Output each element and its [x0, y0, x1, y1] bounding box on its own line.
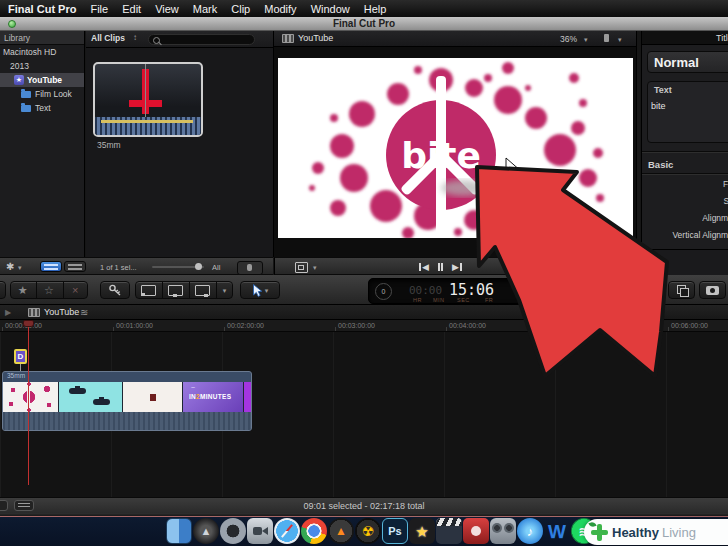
timeline-history-icon[interactable]: ▶: [5, 308, 11, 317]
sidebar-item-youtube[interactable]: ★ YouTube: [0, 73, 84, 87]
media-app-icon[interactable]: [463, 518, 489, 544]
unit-min: MIN: [433, 297, 445, 303]
star-app-icon[interactable]: ★: [409, 518, 435, 544]
font-field-label: Font: [641, 179, 728, 189]
text-input-box[interactable]: Text bite: [647, 81, 728, 143]
keyword-editor-button[interactable]: [100, 281, 130, 299]
list-view-button[interactable]: [64, 261, 86, 272]
search-input[interactable]: [148, 34, 255, 45]
clip-filter-dropdown[interactable]: All Clips: [91, 33, 125, 43]
menu-bar: Final Cut Pro File Edit View Mark Clip M…: [0, 0, 728, 17]
menu-item-modify[interactable]: Modify: [264, 3, 296, 15]
filmstrip-view-button[interactable]: [40, 261, 62, 272]
timeline-clip[interactable]: 35mm ~ IN2MINUTES: [2, 371, 252, 431]
clip-appearance-icon[interactable]: ≋: [80, 307, 88, 318]
in2minutes-label: IN2MINUTES: [189, 393, 231, 400]
ruler-tick: 00:02:00:00: [227, 322, 264, 329]
insert-clip-button[interactable]: [162, 282, 187, 298]
favorite-button[interactable]: ★: [11, 282, 34, 298]
unrate-button[interactable]: ☆: [36, 282, 60, 298]
edit-caret-icon[interactable]: ▾: [216, 282, 232, 298]
scribble-mark: ~: [191, 384, 195, 391]
retime-caret-icon: ▾: [646, 287, 650, 294]
filmstrip-toggle-button[interactable]: [237, 261, 263, 275]
duration-slider[interactable]: [152, 266, 204, 268]
select-tool-button[interactable]: ▾: [240, 281, 280, 299]
viewer-canvas: bite: [278, 58, 633, 238]
append-clip-button[interactable]: [189, 282, 214, 298]
itunes-icon[interactable]: ♪: [517, 518, 543, 544]
photo-booth-icon[interactable]: [220, 518, 246, 544]
effects-browser-button[interactable]: [668, 281, 695, 299]
previous-frame-button[interactable]: ◀: [419, 262, 429, 272]
sidebar-item-2013[interactable]: 2013: [0, 59, 84, 73]
bite-splatter-graphic: bite: [278, 58, 633, 238]
window-titlebar[interactable]: Final Cut Pro: [0, 17, 728, 31]
zoom-caret-icon[interactable]: ▾: [584, 36, 588, 43]
gear-caret-icon[interactable]: ▾: [18, 264, 22, 271]
tool-caret-icon[interactable]: ▾: [265, 287, 269, 294]
launchpad-icon[interactable]: ▲: [193, 518, 219, 544]
menu-item-view[interactable]: View: [155, 3, 179, 15]
toolbar-partial-button[interactable]: [0, 281, 6, 299]
frame-sunglasses-thumb: [59, 382, 123, 412]
projector-icon[interactable]: [490, 518, 516, 544]
menu-item-clip[interactable]: Clip: [231, 3, 250, 15]
facetime-icon[interactable]: [247, 518, 273, 544]
photoshop-icon[interactable]: Ps: [382, 518, 408, 544]
waveform-band: [101, 120, 193, 123]
word-icon[interactable]: W: [544, 518, 570, 544]
title-clip-badge[interactable]: D: [14, 349, 27, 364]
timeline-ruler[interactable]: 00:00:00:00 00:01:00:00 00:02:00:00 00:0…: [0, 320, 728, 332]
toast-icon[interactable]: ▲: [328, 518, 354, 544]
menu-item-window[interactable]: Window: [311, 3, 350, 15]
text-section-header: Text: [654, 85, 672, 95]
reject-button[interactable]: ×: [63, 282, 87, 298]
star-icon: ★: [415, 524, 428, 539]
canvas-title-text: bite: [401, 135, 481, 176]
timeline-track-area[interactable]: D 35mm ~ IN2MINUTES: [0, 332, 728, 497]
filter-sort-icon[interactable]: ↕: [133, 33, 137, 42]
menu-item-help[interactable]: Help: [364, 3, 387, 15]
clapper-icon[interactable]: [436, 518, 462, 544]
gear-icon[interactable]: ✱: [6, 262, 14, 272]
ruler-tick: 00:03:00:00: [338, 322, 375, 329]
sidebar-item-macintosh-hd[interactable]: Macintosh HD: [0, 45, 84, 59]
finder-icon[interactable]: [166, 518, 192, 544]
background-tasks-meter[interactable]: 0: [375, 283, 392, 300]
crop-caret-icon[interactable]: ▾: [313, 264, 317, 271]
retime-button[interactable]: ↻ ▾: [625, 281, 661, 299]
crop-tool-icon[interactable]: [295, 262, 308, 273]
viewer-panel: YouTube 36% ▾ ▾: [274, 31, 637, 257]
options-caret-icon[interactable]: ▾: [618, 36, 622, 43]
inspector-panel: Title Normal Text bite Basic Font Size A…: [641, 31, 728, 278]
smart-collection-icon: ★: [14, 75, 24, 85]
disc-burner-icon[interactable]: ☢: [355, 518, 381, 544]
safari-icon[interactable]: [274, 518, 300, 544]
timeline-clip-name: 35mm: [7, 372, 25, 379]
music-note-icon: ♪: [527, 525, 534, 538]
ruler-tick: 00:04:00:00: [449, 322, 486, 329]
chrome-icon[interactable]: [301, 518, 327, 544]
browser-clip-thumbnail[interactable]: [93, 62, 203, 137]
connect-clip-button[interactable]: [136, 282, 160, 298]
menu-item-file[interactable]: File: [90, 3, 108, 15]
sidebar-item-film-look[interactable]: Film Look: [0, 87, 84, 101]
sidebar-item-text[interactable]: Text: [0, 101, 84, 115]
viewer-zoom-dropdown[interactable]: 36%: [560, 34, 577, 44]
play-pause-button[interactable]: [438, 263, 443, 271]
playhead-handle[interactable]: [23, 320, 34, 327]
next-frame-button[interactable]: ▶: [452, 262, 462, 272]
photos-browser-button[interactable]: [699, 281, 726, 299]
viewer-options-icon[interactable]: [604, 34, 609, 42]
library-sidebar: Library Macintosh HD 2013 ★ YouTube Film…: [0, 31, 85, 257]
effects-icon: [677, 285, 687, 295]
timeline-header: ▶ YouTube ≋: [0, 305, 728, 320]
title-preset-row[interactable]: Normal: [647, 51, 728, 73]
playhead-line[interactable]: [28, 320, 29, 485]
menu-item-mark[interactable]: Mark: [193, 3, 217, 15]
flame-icon: ▲: [335, 525, 347, 537]
menu-item-app[interactable]: Final Cut Pro: [8, 3, 76, 15]
slider-thumb[interactable]: [195, 263, 202, 270]
menu-item-edit[interactable]: Edit: [122, 3, 141, 15]
